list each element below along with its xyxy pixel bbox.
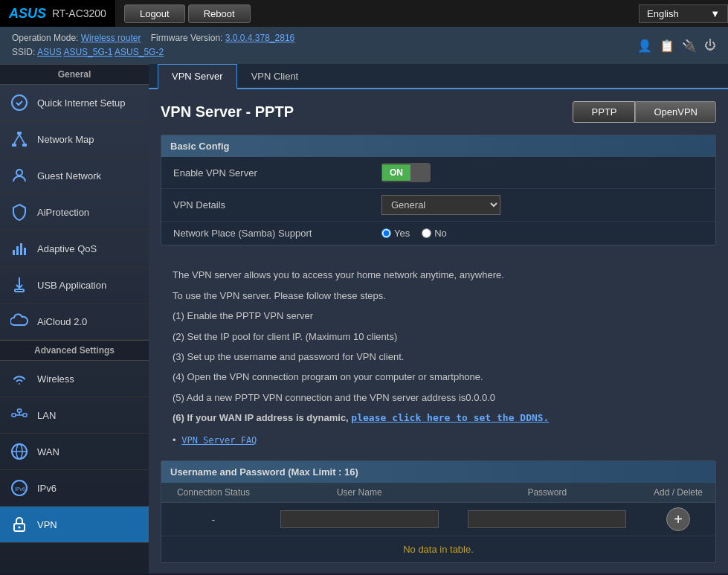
- info-step-1: (1) Enable the PPTP VPN server: [173, 307, 704, 324]
- sidebar-item-label: LAN: [37, 410, 56, 421]
- sidebar-item-label: Network Map: [37, 134, 94, 145]
- svg-rect-1: [17, 132, 22, 135]
- ssid-1[interactable]: ASUS: [37, 47, 62, 57]
- table-row: - +: [161, 503, 715, 536]
- svg-rect-12: [18, 409, 22, 412]
- sidebar-item-vpn[interactable]: VPN: [0, 507, 149, 543]
- ssid-2[interactable]: ASUS_5G-1: [63, 47, 112, 57]
- ddns-link[interactable]: please click here to set the DDNS.: [351, 412, 549, 423]
- sidebar-item-ipv6[interactable]: IPv6 IPv6: [0, 470, 149, 507]
- samba-yes-label[interactable]: Yes: [381, 228, 410, 239]
- sidebar-item-aicloud[interactable]: AiCloud 2.0: [0, 303, 149, 340]
- sidebar-general-title: General: [0, 64, 149, 85]
- user-icon: 👤: [637, 39, 652, 53]
- quick-setup-icon: [9, 92, 30, 113]
- type-buttons: PPTP OpenVPN: [573, 101, 716, 123]
- sidebar-item-quick-setup[interactable]: Quick Internet Setup: [0, 85, 149, 121]
- logo: ASUS RT-AC3200: [0, 0, 115, 27]
- samba-support-label: Network Place (Samba) Support: [173, 228, 381, 239]
- router-info: Operation Mode: Wireless router Firmware…: [12, 31, 294, 60]
- content-area: VPN Server VPN Client VPN Server - PPTP …: [149, 64, 728, 574]
- basic-config-header: Basic Config: [161, 135, 715, 157]
- sidebar-item-label: Guest Network: [37, 170, 101, 182]
- vpn-details-select[interactable]: General Advanced: [381, 195, 500, 215]
- sidebar-item-usb-application[interactable]: USB Application: [0, 267, 149, 303]
- enable-vpn-row: Enable VPN Server ON: [161, 157, 715, 189]
- ssid-3[interactable]: ASUS_5G-2: [115, 47, 164, 57]
- info-step-4: (4) Open the VPN connection program on y…: [173, 368, 704, 385]
- sidebar-item-lan[interactable]: LAN: [0, 397, 149, 434]
- top-bar: ASUS RT-AC3200 Logout Reboot English ▼: [0, 0, 728, 27]
- no-data-message: No data in table.: [161, 536, 715, 562]
- samba-no-text: No: [434, 228, 447, 239]
- svg-line-4: [14, 135, 19, 144]
- svg-point-23: [19, 527, 21, 529]
- sidebar: General Quick Internet Setup Network Map…: [0, 64, 149, 574]
- wireless-icon: [9, 368, 30, 389]
- info-step-6: (6) If your WAN IP address is dynamic, p…: [173, 409, 704, 426]
- svg-text:IPv6: IPv6: [15, 486, 25, 492]
- username-input[interactable]: [280, 510, 439, 528]
- sidebar-item-wireless[interactable]: Wireless: [0, 361, 149, 397]
- vpn-details-row: VPN Details General Advanced: [161, 189, 715, 222]
- sidebar-item-network-map[interactable]: Network Map: [0, 121, 149, 158]
- usb-icon: [9, 274, 30, 295]
- logo-brand: ASUS: [9, 6, 46, 22]
- samba-yes-text: Yes: [394, 228, 410, 239]
- bullet: •: [173, 434, 176, 446]
- col-header-add-delete: Add / Delete: [641, 483, 715, 502]
- ipv6-icon: IPv6: [9, 478, 30, 498]
- ssid-label: SSID:: [12, 47, 35, 57]
- sidebar-item-label: Adaptive QoS: [37, 243, 97, 254]
- info-step-5: (5) Add a new PPTP VPN connection and th…: [173, 389, 704, 406]
- samba-no-label[interactable]: No: [422, 228, 447, 239]
- copy-icon: 📋: [660, 39, 674, 53]
- info-step-6-text: (6) If your WAN IP address is dynamic,: [173, 412, 349, 423]
- openvpn-button[interactable]: OpenVPN: [635, 101, 716, 123]
- sidebar-item-wan[interactable]: WAN: [0, 434, 149, 470]
- sidebar-item-label: WAN: [37, 446, 59, 457]
- svg-rect-13: [23, 414, 27, 417]
- samba-yes-radio[interactable]: [381, 228, 391, 238]
- sidebar-item-label: AiProtection: [37, 207, 89, 218]
- sidebar-item-aiprotection[interactable]: AiProtection: [0, 194, 149, 231]
- samba-support-row: Network Place (Samba) Support Yes No: [161, 222, 715, 245]
- header-icons: 👤 📋 🔌 ⏻: [637, 39, 716, 53]
- samba-no-radio[interactable]: [422, 228, 431, 238]
- tab-vpn-server[interactable]: VPN Server: [158, 64, 237, 89]
- firmware-value[interactable]: 3.0.0.4.378_2816: [225, 33, 294, 43]
- table-column-headers: Connection Status User Name Password Add…: [161, 483, 715, 503]
- info-line-1: The VPN server allows you to access your…: [173, 266, 704, 283]
- toggle-slider: [410, 164, 430, 182]
- sidebar-item-label: USB Application: [37, 280, 106, 291]
- sidebar-item-adaptive-qos[interactable]: Adaptive QoS: [0, 231, 149, 267]
- svg-rect-9: [20, 243, 22, 255]
- vpn-toggle[interactable]: ON: [381, 163, 431, 182]
- password-input[interactable]: [468, 510, 626, 528]
- vpn-faq-link[interactable]: VPN Server FAQ: [181, 435, 257, 446]
- power-icon: ⏻: [704, 39, 716, 53]
- operation-mode-value[interactable]: Wireless router: [81, 33, 141, 43]
- row-password-cell: [454, 506, 642, 533]
- language-selector[interactable]: English ▼: [639, 4, 728, 23]
- network-map-icon: [9, 129, 30, 150]
- svg-rect-3: [22, 144, 27, 147]
- aiprotection-icon: [9, 202, 30, 222]
- page-header: VPN Server - PPTP PPTP OpenVPN: [161, 101, 716, 123]
- col-header-password: Password: [454, 483, 642, 502]
- svg-rect-10: [24, 248, 26, 255]
- reboot-button[interactable]: Reboot: [188, 4, 251, 23]
- enable-vpn-value: ON: [381, 163, 703, 182]
- logout-button[interactable]: Logout: [124, 4, 185, 23]
- info-step-2: (2) Set the IP pool for client IP. (Maxi…: [173, 328, 704, 345]
- info-text-block: The VPN server allows you to access your…: [161, 257, 716, 460]
- vpn-details-label: VPN Details: [173, 199, 381, 211]
- add-row-button[interactable]: +: [666, 507, 690, 531]
- toggle-on-label: ON: [382, 164, 410, 181]
- pptp-button[interactable]: PPTP: [573, 101, 635, 123]
- svg-line-5: [19, 135, 25, 144]
- sidebar-item-label: AiCloud 2.0: [37, 316, 87, 327]
- guest-network-icon: [9, 165, 30, 186]
- sidebar-item-guest-network[interactable]: Guest Network: [0, 158, 149, 194]
- tab-vpn-client[interactable]: VPN Client: [237, 64, 313, 89]
